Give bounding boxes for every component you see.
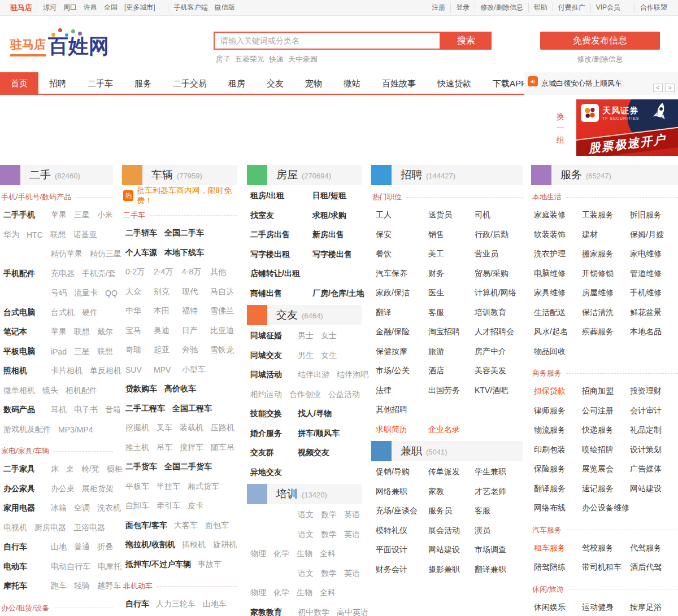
category-link[interactable]: 硬件: [82, 308, 98, 318]
category-link[interactable]: 保姆/月嫂: [630, 230, 664, 240]
category-link[interactable]: 设计策划: [630, 445, 662, 455]
category-link[interactable]: 冰箱: [51, 503, 67, 513]
category-link[interactable]: 全国工程车: [172, 404, 212, 414]
category-title-link[interactable]: 二手: [29, 168, 51, 182]
category-link[interactable]: 雪铁龙: [210, 345, 231, 355]
hot-word-link[interactable]: 房子: [216, 55, 231, 63]
category-link[interactable]: 演员: [475, 526, 490, 536]
search-button[interactable]: 搜索: [441, 32, 492, 50]
category-link[interactable]: 起亚: [154, 345, 174, 355]
category-link[interactable]: 生活配送: [534, 308, 582, 318]
post-info-button[interactable]: 免费发布信息: [540, 32, 660, 50]
category-link[interactable]: 驾校服务: [582, 543, 630, 553]
category-link[interactable]: 喷绘招牌: [582, 445, 630, 455]
category-link[interactable]: 苹果: [51, 327, 67, 337]
category-label-link[interactable]: 找室友: [250, 211, 312, 221]
category-link[interactable]: 二手轿车: [125, 228, 157, 238]
category-title-link[interactable]: 车辆: [151, 168, 173, 182]
category-link[interactable]: 压路机: [211, 423, 234, 433]
nav-item[interactable]: 二手交易: [162, 72, 218, 94]
category-link[interactable]: 展会活动: [428, 526, 475, 536]
category-label-link[interactable]: 面包车/客车: [125, 521, 167, 531]
nav-item[interactable]: 交友: [256, 72, 294, 94]
category-label-link[interactable]: 写字楼出租: [250, 250, 312, 260]
next-announcement-button[interactable]: >: [665, 84, 675, 92]
category-link[interactable]: 培训教育: [475, 308, 506, 318]
category-label-link[interactable]: 技能交换: [250, 409, 298, 419]
category-link[interactable]: 华为: [3, 230, 19, 240]
category-link[interactable]: 英语: [344, 569, 360, 579]
category-link[interactable]: 展览展会: [582, 464, 630, 474]
category-link[interactable]: 电视机: [3, 523, 27, 533]
category-link[interactable]: 折叠: [97, 542, 113, 552]
category-link[interactable]: 公司注册: [582, 406, 630, 416]
category-link[interactable]: 宝马: [125, 326, 146, 336]
category-link[interactable]: 人才招聘会: [475, 327, 514, 337]
category-link[interactable]: 雪佛兰: [210, 306, 231, 316]
category-link[interactable]: 新房出售: [312, 230, 344, 240]
category-link[interactable]: 吊车: [157, 443, 172, 453]
category-link[interactable]: 家教: [428, 487, 475, 497]
mobile-link[interactable]: 微信版: [215, 3, 235, 12]
category-link[interactable]: 电子书: [74, 405, 98, 415]
category-link[interactable]: 担保贷款: [534, 386, 582, 396]
category-link[interactable]: 普通: [74, 542, 90, 552]
category-label-link[interactable]: 同城活动: [250, 370, 298, 380]
account-link[interactable]: 注册: [427, 3, 450, 12]
change-ad-group-link[interactable]: 换一组: [556, 111, 565, 146]
category-link[interactable]: 号码: [51, 288, 67, 298]
category-link[interactable]: 0-2万: [125, 267, 146, 277]
category-link[interactable]: 找人/寻物: [298, 409, 332, 419]
category-link[interactable]: 汽车保养: [376, 269, 428, 279]
category-link[interactable]: 管道维修: [630, 269, 662, 279]
category-link[interactable]: 本地名品: [630, 327, 662, 337]
prev-announcement-button[interactable]: <: [653, 84, 663, 92]
category-link[interactable]: 奥迪: [154, 326, 174, 336]
category-link[interactable]: 男士: [298, 331, 314, 341]
category-link[interactable]: 办公设备维修: [582, 503, 630, 513]
category-link[interactable]: 搬家服务: [582, 249, 630, 259]
category-link[interactable]: 市场调查: [475, 545, 506, 555]
category-link[interactable]: 合作创业: [289, 390, 321, 400]
category-link[interactable]: 结伴出游: [298, 370, 329, 380]
category-link[interactable]: 餐饮: [376, 249, 428, 259]
category-link[interactable]: 办公桌: [51, 484, 75, 494]
category-link[interactable]: 模特礼仪: [376, 526, 428, 536]
nav-item[interactable]: 首页: [0, 72, 38, 94]
nav-item[interactable]: 微站: [333, 72, 371, 94]
category-link[interactable]: 按摩足浴: [630, 602, 662, 613]
category-label-link[interactable]: 交友群: [250, 448, 298, 458]
category-link[interactable]: 橱柜: [107, 464, 123, 474]
category-link[interactable]: 跑车: [51, 581, 67, 591]
category-link[interactable]: 厢式货车: [188, 482, 219, 492]
hot-word-link[interactable]: 五菱荣光: [235, 55, 264, 63]
account-link[interactable]: 登录: [450, 3, 475, 12]
category-link[interactable]: 其他: [210, 267, 231, 277]
category-link[interactable]: 开锁修锁: [582, 269, 630, 279]
category-link[interactable]: 出国劳务: [428, 386, 475, 396]
category-link[interactable]: 二手货车: [125, 462, 157, 472]
category-label-link[interactable]: 自行车: [125, 599, 149, 609]
category-link[interactable]: 精仿三星: [90, 249, 121, 259]
category-link[interactable]: 旋耕机: [213, 540, 237, 550]
category-link[interactable]: 山地: [51, 542, 67, 552]
category-link[interactable]: 游戏机及配件: [3, 425, 51, 435]
account-link[interactable]: 帮助: [528, 3, 553, 12]
category-link[interactable]: 电脑维修: [534, 269, 582, 279]
category-link[interactable]: 小型车: [182, 365, 206, 375]
category-link[interactable]: 福特: [182, 306, 202, 316]
category-link[interactable]: KTV/酒吧: [475, 386, 508, 396]
category-link[interactable]: 翻译: [376, 308, 428, 318]
category-link[interactable]: 公益活动: [328, 390, 360, 400]
category-link[interactable]: 速记服务: [582, 484, 630, 494]
category-label-link[interactable]: 自行车: [3, 542, 51, 552]
category-label-link[interactable]: 店铺转让/出租: [250, 269, 312, 279]
category-link[interactable]: 现代: [182, 287, 202, 297]
category-link[interactable]: 美容美发: [475, 366, 506, 376]
search-input[interactable]: [214, 32, 441, 50]
category-link[interactable]: 法律: [376, 386, 428, 396]
category-link[interactable]: QQ: [105, 289, 118, 298]
category-link[interactable]: 服务员: [428, 506, 475, 516]
category-link[interactable]: 山地车: [203, 599, 227, 609]
category-link[interactable]: 音箱: [105, 405, 121, 415]
